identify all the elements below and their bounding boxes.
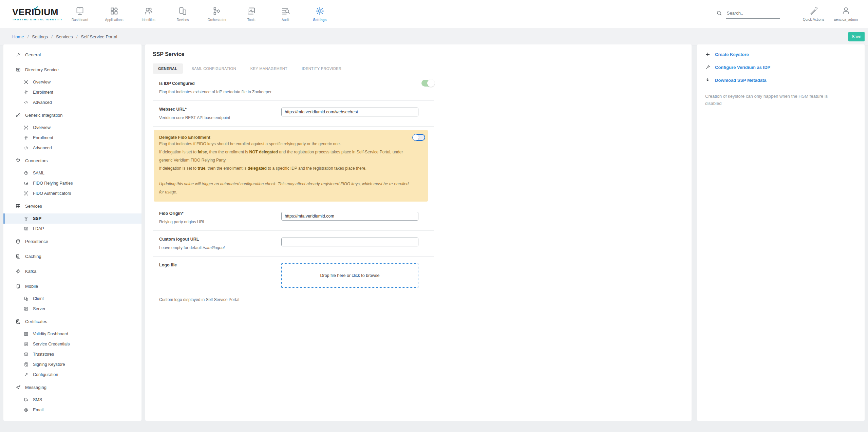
sidebar-item-services[interactable]: Services [3, 199, 141, 213]
plus-icon [705, 52, 710, 57]
quick-actions-button[interactable]: Quick Actions [803, 6, 825, 21]
nav-label: Applications [105, 18, 124, 22]
nav-item-tools[interactable]: Tools [234, 6, 268, 22]
sidebar-item-label: Client [33, 296, 44, 301]
save-button[interactable]: Save [848, 32, 865, 41]
doc-lines-icon [24, 342, 29, 346]
sidebar-item-service-credentials[interactable]: Service Credentials [3, 339, 141, 349]
sidebar-item-connectors[interactable]: Connectors [3, 153, 141, 168]
delegate-fido-toggle[interactable] [412, 134, 425, 141]
sidebar-item-ldap[interactable]: LDAP [3, 224, 141, 234]
tab-identity-provider[interactable]: IDENTITY PROVIDER [296, 63, 347, 74]
websec-url-label: Websec URL* [159, 107, 275, 112]
pulse-box-icon [247, 6, 256, 16]
sidebar-item-email[interactable]: Email [3, 405, 141, 415]
user-avatar-icon [842, 6, 850, 15]
nav-item-settings[interactable]: Settings [303, 6, 337, 22]
sidebar-item-label: Caching [25, 254, 41, 259]
sidebar-item-generic-integration[interactable]: Generic Integration [3, 108, 141, 123]
sidebar-item-saml[interactable]: SAML [3, 168, 141, 178]
sidebar-item-certificates[interactable]: Certificates [3, 314, 141, 329]
download-ssp-metadata-link[interactable]: Download SSP Metadata [705, 78, 856, 83]
nav-label: Identities [141, 18, 155, 22]
sms-bubble-icon [24, 397, 29, 402]
fido-origin-input[interactable] [281, 212, 418, 221]
ad-box-icon: AD [16, 67, 21, 72]
breadcrumb-item-home[interactable]: Home [12, 34, 24, 39]
tab-general[interactable]: GENERAL [153, 63, 183, 74]
sidebar-item-overview[interactable]: Overview [3, 77, 141, 87]
nav-item-identities[interactable]: Identities [131, 6, 166, 22]
nav-item-applications[interactable]: Applications [97, 6, 131, 22]
sidebar-item-messaging[interactable]: Messaging [3, 380, 141, 395]
nav-label: Dashboard [72, 18, 88, 22]
quick-actions-label: Quick Actions [803, 17, 825, 21]
nav-item-devices[interactable]: Devices [166, 6, 200, 22]
sidebar-item-label: Mobile [25, 284, 38, 289]
dropzone-text: Drop file here or click to browse [320, 273, 379, 278]
sidebar-item-fido-authenticators[interactable]: FIDO Authenticators [3, 188, 141, 199]
user-menu[interactable]: aencica_admin [834, 6, 858, 21]
nav-label: Tools [247, 18, 255, 22]
sidebar-item-server[interactable]: Server [3, 304, 141, 314]
id-card-icon [24, 226, 29, 231]
plug-icon [16, 113, 21, 118]
fido-origin-text: Fido Origin* Relying party origins URL [159, 211, 281, 225]
tab-saml-configuration[interactable]: SAML CONFIGURATION [186, 63, 242, 74]
sidebar-item-overview[interactable]: Overview [3, 123, 141, 133]
users-icon [144, 6, 153, 16]
sidebar-item-fido-relying-parties[interactable]: FIDO Relying Parties [3, 178, 141, 188]
devices-icon [178, 6, 187, 16]
sidebar-item-signing-keystore[interactable]: Signing Keystore [3, 359, 141, 370]
logo-checkmark-icon: ✓ [33, 3, 39, 12]
custom-logout-input[interactable] [281, 238, 418, 246]
configure-veridium-as-idp-link[interactable]: Configure Veridium as IDP [705, 65, 856, 70]
idp-configured-toggle[interactable] [421, 80, 434, 87]
nav-item-audit[interactable]: Audit [268, 6, 303, 22]
sidebar-item-configuration[interactable]: Configuration [3, 370, 141, 380]
tab-key-management[interactable]: KEY MANAGEMENT [245, 63, 293, 74]
sidebar-item-ssp[interactable]: SSP [3, 213, 141, 224]
sidebar-item-advanced[interactable]: Advanced [3, 143, 141, 153]
sidebar-item-label: Service Credentials [33, 342, 70, 346]
delegate-fido-label: Delegate Fido Enrollment [159, 135, 414, 140]
settings-sidebar: GeneralAD Directory Service Overview Enr… [3, 44, 141, 421]
code-icon [24, 100, 29, 105]
nodes-icon [24, 125, 29, 130]
sidebar-item-validity-dashboard[interactable]: Validity Dashboard [3, 329, 141, 339]
username-label: aencica_admin [834, 17, 858, 21]
breadcrumb: Home/Settings/Services/Self Service Port… [12, 34, 117, 39]
sidebar-item-caching[interactable]: Caching [3, 249, 141, 264]
sidebar-item-label: Persistence [25, 239, 48, 244]
idp-configured-text: Is IDP Configured Flag that indicates ex… [159, 81, 434, 95]
sidebar-item-mobile[interactable]: Mobile [3, 279, 141, 294]
sidebar-item-label: SAML [33, 171, 44, 175]
doc-lock-icon [24, 362, 29, 367]
sidebar-item-advanced[interactable]: Advanced [3, 97, 141, 108]
sidebar-item-persistence[interactable]: Persistence [3, 234, 141, 249]
sidebar-item-directory-service[interactable]: AD Directory Service [3, 62, 141, 77]
paper-plane-icon [16, 385, 21, 390]
sidebar-item-enrollment[interactable]: Enrollment [3, 133, 141, 143]
fido-origin-row: Fido Origin* Relying party origins URL [153, 205, 434, 231]
custom-logout-text: Custom logout URL Leave empty for defaul… [159, 237, 281, 251]
sidebar-item-sms[interactable]: SMS [3, 395, 141, 405]
create-keystore-link[interactable]: Create Keystore [705, 52, 856, 57]
search-input[interactable] [726, 9, 780, 19]
websec-url-input[interactable] [281, 108, 418, 116]
sidebar-item-label: Services [25, 204, 42, 209]
nav-item-orchestrator[interactable]: Orchestrator [200, 6, 234, 22]
sidebar-item-kafka[interactable]: Kafka [3, 264, 141, 279]
cert-doc-icon [16, 319, 21, 324]
kafka-network-icon [16, 269, 21, 274]
nav-label: Orchestrator [208, 18, 227, 22]
logo-dropzone[interactable]: Drop file here or click to browse [281, 263, 418, 288]
logo-wordmark: VERIDIUM ✓ [12, 7, 63, 18]
sidebar-item-truststores[interactable]: Truststores [3, 349, 141, 359]
sidebar-item-general[interactable]: General [3, 47, 141, 62]
nav-item-dashboard[interactable]: Dashboard [63, 6, 97, 22]
sidebar-item-client[interactable]: Client [3, 294, 141, 304]
breadcrumb-separator: / [76, 34, 78, 39]
veridium-logo[interactable]: VERIDIUM ✓ TRUSTED DIGITAL IDENTITY [0, 7, 63, 21]
sidebar-item-enrollment[interactable]: Enrollment [3, 87, 141, 97]
